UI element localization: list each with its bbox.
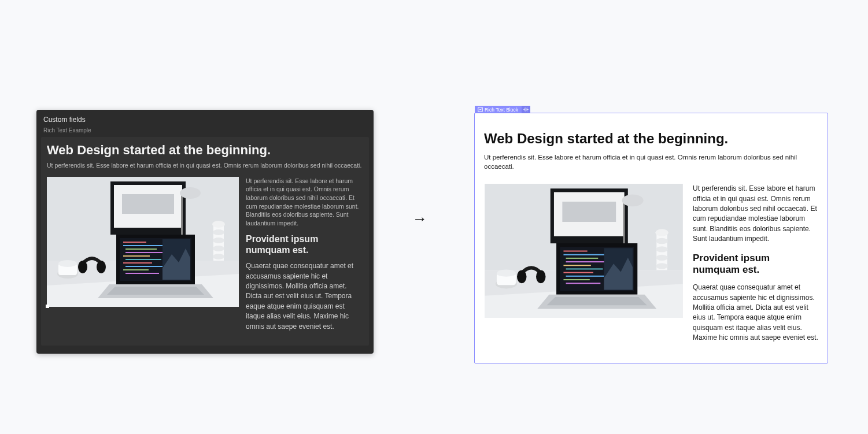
gear-icon bbox=[523, 107, 529, 112]
svg-rect-72 bbox=[566, 258, 599, 259]
editor-paragraph-2[interactable]: Quaerat quae consequatur amet et accusam… bbox=[246, 261, 363, 332]
laptop-desk-illustration bbox=[484, 184, 684, 318]
editor-intro-paragraph[interactable]: Ut perferendis sit. Esse labore et harum… bbox=[47, 161, 363, 170]
svg-rect-78 bbox=[563, 279, 589, 280]
svg-marker-36 bbox=[107, 287, 204, 295]
svg-point-58 bbox=[656, 255, 668, 261]
field-label: Rich Text Example bbox=[36, 127, 374, 137]
svg-point-6 bbox=[180, 187, 201, 199]
svg-point-20 bbox=[97, 261, 106, 273]
block-settings-button[interactable] bbox=[522, 106, 530, 113]
svg-point-53 bbox=[622, 195, 643, 207]
render-paragraph-2: Quaerat quae consequatur amet et accusam… bbox=[693, 283, 818, 343]
svg-point-59 bbox=[656, 263, 668, 269]
editor-subheading[interactable]: Provident ipsum numquam est. bbox=[246, 233, 363, 255]
svg-rect-28 bbox=[125, 259, 161, 260]
render-text-column: Ut perferendis sit. Esse labore et harum… bbox=[693, 184, 818, 351]
svg-rect-76 bbox=[563, 272, 593, 273]
svg-point-18 bbox=[58, 260, 77, 267]
render-subheading: Provident ipsum numquam est. bbox=[693, 253, 818, 276]
svg-point-55 bbox=[655, 229, 668, 236]
editor-paragraph-1[interactable]: Ut perferendis sit. Esse labore et harum… bbox=[246, 177, 363, 228]
svg-line-43 bbox=[525, 108, 525, 109]
svg-rect-27 bbox=[123, 255, 150, 257]
svg-point-11 bbox=[213, 246, 224, 251]
svg-rect-71 bbox=[563, 254, 605, 255]
svg-point-8 bbox=[212, 221, 225, 228]
block-label-text: Rich Text Block bbox=[485, 107, 520, 113]
arrow-icon: → bbox=[412, 210, 427, 228]
selection-handle[interactable] bbox=[46, 305, 49, 308]
svg-rect-32 bbox=[125, 273, 159, 274]
svg-rect-29 bbox=[123, 262, 152, 264]
editor-panel: Custom fields Rich Text Example Web Desi… bbox=[36, 110, 374, 354]
block-selection-label[interactable]: Rich Text Block bbox=[475, 106, 530, 113]
svg-line-44 bbox=[527, 110, 527, 111]
render-paragraph-1: Ut perferendis sit. Esse labore et harum… bbox=[693, 184, 818, 244]
svg-line-46 bbox=[525, 110, 525, 111]
svg-point-56 bbox=[656, 238, 668, 244]
render-image bbox=[484, 184, 684, 318]
svg-rect-79 bbox=[566, 283, 601, 284]
block-type-icon bbox=[477, 107, 483, 113]
panel-title: Custom fields bbox=[36, 110, 374, 127]
svg-point-66 bbox=[517, 270, 526, 284]
svg-point-12 bbox=[213, 254, 224, 259]
render-block[interactable]: Rich Text Block Web Design started at th… bbox=[474, 113, 828, 363]
svg-point-38 bbox=[525, 109, 527, 110]
render-intro-paragraph: Ut perferendis sit. Esse labore et harum… bbox=[484, 153, 818, 171]
svg-rect-30 bbox=[125, 266, 167, 267]
svg-point-10 bbox=[213, 238, 224, 243]
svg-rect-4 bbox=[122, 194, 174, 214]
editor-text-column[interactable]: Ut perferendis sit. Esse labore et harum… bbox=[246, 177, 363, 337]
svg-point-19 bbox=[78, 261, 87, 273]
svg-marker-83 bbox=[547, 297, 647, 305]
svg-rect-23 bbox=[123, 242, 146, 243]
svg-rect-70 bbox=[563, 251, 587, 252]
svg-rect-24 bbox=[123, 245, 164, 246]
svg-rect-31 bbox=[123, 269, 149, 270]
editor-heading[interactable]: Web Design started at the beginning. bbox=[47, 143, 363, 158]
svg-rect-51 bbox=[562, 202, 616, 222]
svg-rect-77 bbox=[566, 276, 609, 277]
render-heading: Web Design started at the beginning. bbox=[484, 131, 818, 147]
editor-image[interactable] bbox=[47, 177, 239, 307]
svg-point-57 bbox=[656, 246, 668, 252]
svg-rect-75 bbox=[566, 269, 603, 270]
svg-point-67 bbox=[536, 270, 545, 284]
svg-line-45 bbox=[527, 108, 527, 109]
laptop-desk-illustration bbox=[47, 177, 239, 307]
svg-point-9 bbox=[213, 229, 224, 235]
rich-text-editor[interactable]: Web Design started at the beginning. Ut … bbox=[41, 137, 369, 346]
svg-rect-74 bbox=[563, 265, 590, 266]
svg-point-65 bbox=[497, 270, 516, 277]
svg-rect-25 bbox=[125, 248, 157, 250]
